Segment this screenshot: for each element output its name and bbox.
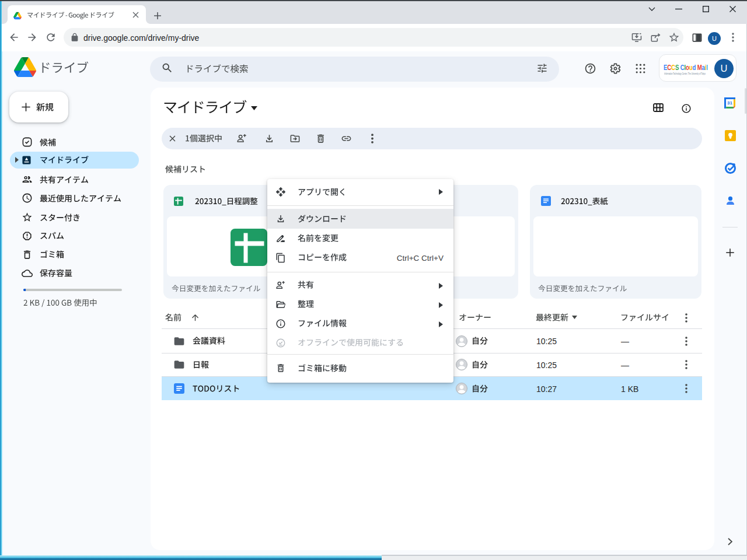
svg-text:31: 31 bbox=[727, 100, 732, 106]
